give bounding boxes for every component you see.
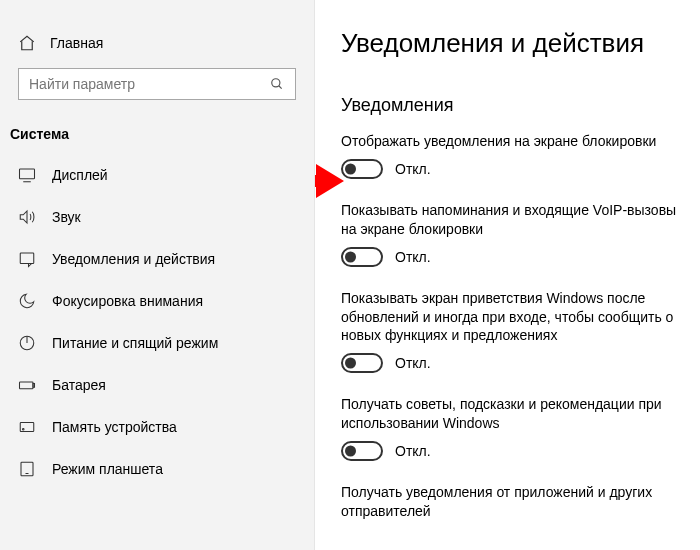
sidebar-item-notifications[interactable]: Уведомления и действия <box>0 238 314 280</box>
sidebar-item-label: Батарея <box>52 377 106 393</box>
battery-icon <box>18 376 36 394</box>
toggle-state-label: Откл. <box>395 249 431 265</box>
toggle-switch[interactable] <box>341 159 383 179</box>
setting-tips: Получать советы, подсказки и рекомендаци… <box>341 395 686 461</box>
sidebar-item-label: Звук <box>52 209 81 225</box>
toggle-switch[interactable] <box>341 247 383 267</box>
setting-description: Показывать экран приветствия Windows пос… <box>341 289 686 346</box>
sidebar-item-focus[interactable]: Фокусировка внимания <box>0 280 314 322</box>
svg-rect-10 <box>33 384 35 388</box>
sidebar-item-label: Фокусировка внимания <box>52 293 203 309</box>
sidebar-item-label: Память устройства <box>52 419 177 435</box>
content: Уведомления и действия Уведомления Отобр… <box>315 0 700 550</box>
toggle-state-label: Откл. <box>395 443 431 459</box>
sidebar: Главная Система Дисплей Звук Уведо <box>0 0 315 550</box>
toggle-switch[interactable] <box>341 441 383 461</box>
svg-rect-5 <box>20 253 34 264</box>
sidebar-item-home[interactable]: Главная <box>0 28 314 68</box>
home-icon <box>18 34 36 52</box>
sidebar-item-label: Уведомления и действия <box>52 251 215 267</box>
toggle-state-label: Откл. <box>395 355 431 371</box>
sidebar-item-power[interactable]: Питание и спящий режим <box>0 322 314 364</box>
moon-icon <box>18 292 36 310</box>
callout-arrow-icon <box>315 164 344 198</box>
sidebar-item-label: Дисплей <box>52 167 108 183</box>
svg-rect-9 <box>20 382 34 389</box>
sidebar-section-title: Система <box>0 118 314 154</box>
svg-point-0 <box>272 79 280 87</box>
search-container <box>18 68 296 100</box>
sidebar-item-label: Режим планшета <box>52 461 163 477</box>
section-heading: Уведомления <box>341 95 686 116</box>
svg-point-12 <box>23 429 25 431</box>
sidebar-item-display[interactable]: Дисплей <box>0 154 314 196</box>
setting-lockscreen-voip: Показывать напоминания и входящие VoIP-в… <box>341 201 686 267</box>
toggle-switch[interactable] <box>341 353 383 373</box>
page-title: Уведомления и действия <box>341 28 686 59</box>
setting-app-notifications: Получать уведомления от приложений и дру… <box>341 483 686 521</box>
sound-icon <box>18 208 36 226</box>
sidebar-item-label: Питание и спящий режим <box>52 335 218 351</box>
setting-description: Получать уведомления от приложений и дру… <box>341 483 686 521</box>
storage-icon <box>18 418 36 436</box>
tablet-icon <box>18 460 36 478</box>
setting-description: Показывать напоминания и входящие VoIP-в… <box>341 201 686 239</box>
svg-marker-6 <box>29 264 32 267</box>
svg-marker-4 <box>20 211 27 223</box>
svg-rect-11 <box>20 423 34 432</box>
svg-rect-2 <box>20 169 35 179</box>
notifications-icon <box>18 250 36 268</box>
sidebar-item-sound[interactable]: Звук <box>0 196 314 238</box>
sidebar-item-battery[interactable]: Батарея <box>0 364 314 406</box>
setting-description: Получать советы, подсказки и рекомендаци… <box>341 395 686 433</box>
setting-welcome-screen: Показывать экран приветствия Windows пос… <box>341 289 686 374</box>
setting-description: Отображать уведомления на экране блокиро… <box>341 132 686 151</box>
setting-lockscreen-notifications: Отображать уведомления на экране блокиро… <box>341 132 686 179</box>
home-label: Главная <box>50 35 103 51</box>
power-icon <box>18 334 36 352</box>
svg-line-1 <box>279 86 282 89</box>
svg-marker-15 <box>315 164 344 198</box>
search-icon <box>270 77 284 91</box>
sidebar-item-tablet[interactable]: Режим планшета <box>0 448 314 490</box>
search-input[interactable] <box>18 68 296 100</box>
sidebar-item-storage[interactable]: Память устройства <box>0 406 314 448</box>
toggle-state-label: Откл. <box>395 161 431 177</box>
monitor-icon <box>18 166 36 184</box>
